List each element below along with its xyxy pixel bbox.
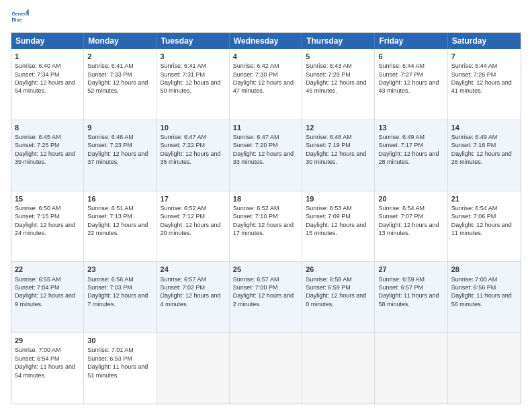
header-cell-sunday: Sunday xyxy=(11,33,84,49)
day-info: Sunrise: 6:44 AMSunset: 7:27 PMDaylight:… xyxy=(378,62,439,94)
calendar-cell: 7Sunrise: 6:44 AMSunset: 7:26 PMDaylight… xyxy=(448,49,521,120)
day-number: 5 xyxy=(306,52,371,61)
day-number: 18 xyxy=(233,194,298,203)
calendar-cell: 5Sunrise: 6:43 AMSunset: 7:29 PMDaylight… xyxy=(302,49,375,120)
calendar-cell: 1Sunrise: 6:40 AMSunset: 7:34 PMDaylight… xyxy=(11,49,84,120)
day-info: Sunrise: 7:01 AMSunset: 6:53 PMDaylight:… xyxy=(87,347,148,378)
calendar-cell: 13Sunrise: 6:49 AMSunset: 7:17 PMDayligh… xyxy=(375,120,447,191)
day-info: Sunrise: 7:00 AMSunset: 6:56 PMDaylight:… xyxy=(451,276,512,308)
calendar-week-4: 22Sunrise: 6:55 AMSunset: 7:04 PMDayligh… xyxy=(11,262,521,333)
svg-text:Blue: Blue xyxy=(11,17,21,22)
calendar-cell: 2Sunrise: 6:41 AMSunset: 7:33 PMDaylight… xyxy=(84,49,157,120)
day-info: Sunrise: 6:54 AMSunset: 7:07 PMDaylight:… xyxy=(378,205,439,236)
day-info: Sunrise: 6:52 AMSunset: 7:10 PMDaylight:… xyxy=(233,205,294,236)
day-info: Sunrise: 6:47 AMSunset: 7:22 PMDaylight:… xyxy=(161,134,221,165)
calendar-cell: 29Sunrise: 7:00 AMSunset: 6:54 PMDayligh… xyxy=(11,333,84,404)
day-number: 27 xyxy=(378,265,443,274)
day-info: Sunrise: 6:56 AMSunset: 7:03 PMDaylight:… xyxy=(87,276,148,308)
logo-icon: General Blue xyxy=(11,8,30,27)
day-info: Sunrise: 6:43 AMSunset: 7:29 PMDaylight:… xyxy=(306,62,366,94)
day-number: 30 xyxy=(87,336,152,345)
day-number: 9 xyxy=(87,123,152,132)
day-info: Sunrise: 6:42 AMSunset: 7:30 PMDaylight:… xyxy=(233,62,294,94)
day-info: Sunrise: 6:46 AMSunset: 7:23 PMDaylight:… xyxy=(87,134,148,165)
calendar-cell: 12Sunrise: 6:48 AMSunset: 7:19 PMDayligh… xyxy=(302,120,375,191)
day-number: 2 xyxy=(87,52,152,61)
calendar-cell: 22Sunrise: 6:55 AMSunset: 7:04 PMDayligh… xyxy=(11,262,84,332)
day-info: Sunrise: 6:49 AMSunset: 7:16 PMDaylight:… xyxy=(451,134,512,165)
day-info: Sunrise: 6:41 AMSunset: 7:31 PMDaylight:… xyxy=(161,62,221,94)
day-info: Sunrise: 6:57 AMSunset: 7:00 PMDaylight:… xyxy=(233,276,294,308)
calendar-cell: 26Sunrise: 6:58 AMSunset: 6:59 PMDayligh… xyxy=(302,262,375,332)
header: General Blue xyxy=(11,8,521,27)
calendar-header-row: SundayMondayTuesdayWednesdayThursdayFrid… xyxy=(11,33,521,49)
calendar-cell: 18Sunrise: 6:52 AMSunset: 7:10 PMDayligh… xyxy=(230,191,302,262)
day-number: 29 xyxy=(15,336,80,345)
calendar-cell: 23Sunrise: 6:56 AMSunset: 7:03 PMDayligh… xyxy=(84,262,157,332)
calendar-cell: 3Sunrise: 6:41 AMSunset: 7:31 PMDaylight… xyxy=(157,49,230,120)
header-cell-saturday: Saturday xyxy=(448,33,521,49)
day-info: Sunrise: 6:55 AMSunset: 7:04 PMDaylight:… xyxy=(15,276,75,308)
calendar-cell: 30Sunrise: 7:01 AMSunset: 6:53 PMDayligh… xyxy=(84,333,157,404)
day-info: Sunrise: 6:53 AMSunset: 7:09 PMDaylight:… xyxy=(306,205,366,236)
day-number: 20 xyxy=(378,194,443,203)
calendar-cell xyxy=(157,333,230,404)
calendar-cell xyxy=(230,333,302,404)
header-cell-tuesday: Tuesday xyxy=(157,33,230,49)
day-number: 17 xyxy=(161,194,226,203)
calendar-cell: 16Sunrise: 6:51 AMSunset: 7:13 PMDayligh… xyxy=(84,191,157,262)
calendar-cell: 11Sunrise: 6:47 AMSunset: 7:20 PMDayligh… xyxy=(230,120,302,191)
day-info: Sunrise: 6:40 AMSunset: 7:34 PMDaylight:… xyxy=(15,62,75,94)
calendar-cell: 20Sunrise: 6:54 AMSunset: 7:07 PMDayligh… xyxy=(375,191,447,262)
day-number: 23 xyxy=(87,265,152,274)
calendar-week-2: 8Sunrise: 6:45 AMSunset: 7:25 PMDaylight… xyxy=(11,120,521,191)
day-number: 26 xyxy=(306,265,371,274)
day-info: Sunrise: 6:44 AMSunset: 7:26 PMDaylight:… xyxy=(451,62,512,94)
calendar-cell: 4Sunrise: 6:42 AMSunset: 7:30 PMDaylight… xyxy=(230,49,302,120)
day-number: 10 xyxy=(161,123,226,132)
day-number: 13 xyxy=(378,123,443,132)
day-number: 14 xyxy=(451,123,517,132)
day-info: Sunrise: 6:47 AMSunset: 7:20 PMDaylight:… xyxy=(233,134,294,165)
day-number: 8 xyxy=(15,123,80,132)
day-number: 19 xyxy=(306,194,371,203)
logo: General Blue xyxy=(11,8,30,27)
day-number: 3 xyxy=(161,52,226,61)
day-number: 6 xyxy=(378,52,443,61)
day-info: Sunrise: 7:00 AMSunset: 6:54 PMDaylight:… xyxy=(15,347,75,378)
day-info: Sunrise: 6:51 AMSunset: 7:13 PMDaylight:… xyxy=(87,205,148,236)
day-info: Sunrise: 6:52 AMSunset: 7:12 PMDaylight:… xyxy=(161,205,221,236)
calendar-cell: 25Sunrise: 6:57 AMSunset: 7:00 PMDayligh… xyxy=(230,262,302,332)
day-info: Sunrise: 6:54 AMSunset: 7:06 PMDaylight:… xyxy=(451,205,512,236)
calendar-cell: 10Sunrise: 6:47 AMSunset: 7:22 PMDayligh… xyxy=(157,120,230,191)
day-info: Sunrise: 6:50 AMSunset: 7:15 PMDaylight:… xyxy=(15,205,75,236)
day-number: 12 xyxy=(306,123,371,132)
calendar-cell: 14Sunrise: 6:49 AMSunset: 7:16 PMDayligh… xyxy=(448,120,521,191)
day-number: 21 xyxy=(451,194,517,203)
day-info: Sunrise: 6:57 AMSunset: 7:02 PMDaylight:… xyxy=(161,276,221,308)
calendar-week-3: 15Sunrise: 6:50 AMSunset: 7:15 PMDayligh… xyxy=(11,191,521,263)
calendar-cell: 8Sunrise: 6:45 AMSunset: 7:25 PMDaylight… xyxy=(11,120,84,191)
day-info: Sunrise: 6:45 AMSunset: 7:25 PMDaylight:… xyxy=(15,134,75,165)
day-info: Sunrise: 6:59 AMSunset: 6:57 PMDaylight:… xyxy=(378,276,439,308)
day-info: Sunrise: 6:41 AMSunset: 7:33 PMDaylight:… xyxy=(87,62,148,94)
calendar: SundayMondayTuesdayWednesdayThursdayFrid… xyxy=(11,32,521,404)
header-cell-monday: Monday xyxy=(84,33,157,49)
calendar-cell xyxy=(448,333,521,404)
day-number: 22 xyxy=(15,265,80,274)
day-number: 25 xyxy=(233,265,298,274)
calendar-week-1: 1Sunrise: 6:40 AMSunset: 7:34 PMDaylight… xyxy=(11,49,521,120)
calendar-cell: 15Sunrise: 6:50 AMSunset: 7:15 PMDayligh… xyxy=(11,191,84,262)
calendar-body: 1Sunrise: 6:40 AMSunset: 7:34 PMDaylight… xyxy=(11,49,521,404)
calendar-cell: 19Sunrise: 6:53 AMSunset: 7:09 PMDayligh… xyxy=(302,191,375,262)
calendar-cell: 9Sunrise: 6:46 AMSunset: 7:23 PMDaylight… xyxy=(84,120,157,191)
page: General Blue SundayMondayTuesdayWednesda… xyxy=(0,0,532,411)
header-cell-friday: Friday xyxy=(375,33,447,49)
header-cell-thursday: Thursday xyxy=(302,33,375,49)
calendar-cell: 21Sunrise: 6:54 AMSunset: 7:06 PMDayligh… xyxy=(448,191,521,262)
day-info: Sunrise: 6:58 AMSunset: 6:59 PMDaylight:… xyxy=(306,276,366,308)
calendar-cell: 28Sunrise: 7:00 AMSunset: 6:56 PMDayligh… xyxy=(448,262,521,332)
day-number: 24 xyxy=(161,265,226,274)
calendar-cell: 24Sunrise: 6:57 AMSunset: 7:02 PMDayligh… xyxy=(157,262,230,332)
calendar-week-5: 29Sunrise: 7:00 AMSunset: 6:54 PMDayligh… xyxy=(11,333,521,404)
